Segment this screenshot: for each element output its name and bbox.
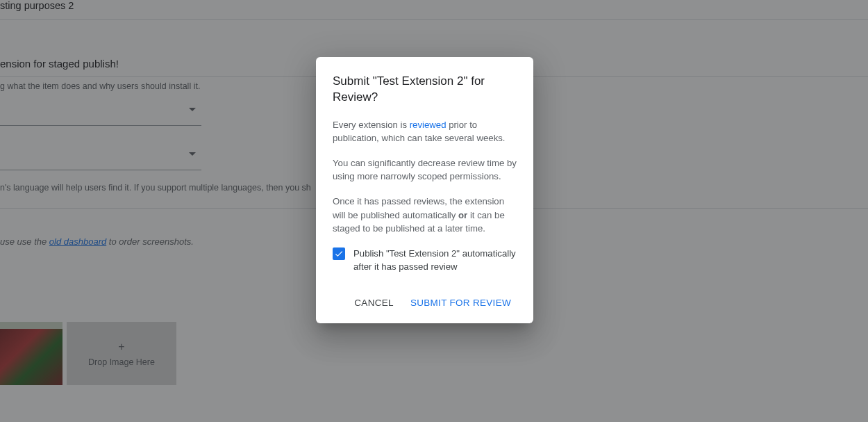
auto-publish-label: Publish "Test Extension 2" automatically… — [353, 247, 517, 274]
reviewed-link[interactable]: reviewed — [410, 120, 446, 130]
dialog-title: Submit "Test Extension 2" for Review? — [333, 74, 517, 106]
dialog-actions: Cancel Submit for Review — [333, 292, 517, 314]
auto-publish-option[interactable]: Publish "Test Extension 2" automatically… — [333, 247, 517, 274]
submit-for-review-dialog: Submit "Test Extension 2" for Review? Ev… — [316, 57, 533, 323]
check-icon — [334, 249, 344, 259]
dialog-paragraph-review: Every extension is reviewed prior to pub… — [333, 118, 517, 145]
dialog-paragraph-publish: Once it has passed reviews, the extensio… — [333, 195, 517, 236]
auto-publish-checkbox[interactable] — [333, 247, 345, 260]
cancel-button[interactable]: Cancel — [349, 292, 399, 314]
dialog-paragraph-permissions: You can significantly decrease review ti… — [333, 156, 517, 184]
submit-for-review-button[interactable]: Submit for Review — [405, 292, 517, 314]
